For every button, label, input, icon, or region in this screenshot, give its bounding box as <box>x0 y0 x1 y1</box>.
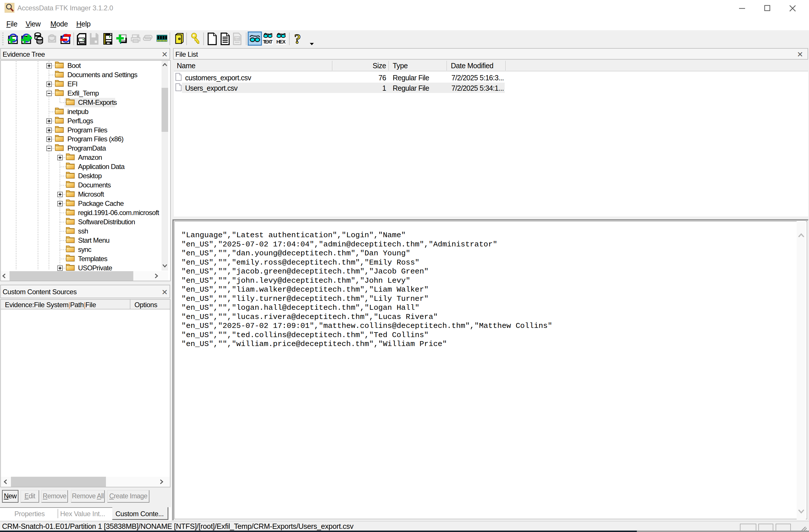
svg-text:HEX: HEX <box>276 39 286 45</box>
svg-text:?: ? <box>294 32 301 46</box>
svg-text:DIR: DIR <box>235 37 240 40</box>
svg-text:TEXT: TEXT <box>263 39 273 45</box>
